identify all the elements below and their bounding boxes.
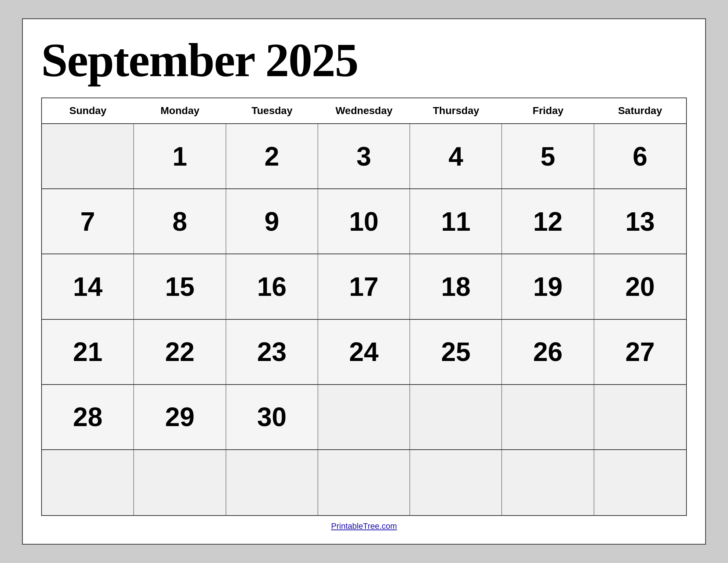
day-number-16: 16 — [257, 273, 286, 300]
day-cell-29: 29 — [134, 385, 226, 449]
day-number-21: 21 — [73, 339, 103, 365]
day-number-6: 6 — [633, 143, 647, 170]
week-row-2: 78910111213 — [42, 189, 686, 254]
day-number-19: 19 — [533, 273, 563, 300]
day-header-monday: Monday — [134, 102, 226, 120]
day-number-20: 20 — [625, 273, 655, 300]
day-cell-empty — [410, 385, 502, 449]
day-number-26: 26 — [533, 339, 563, 365]
day-number-17: 17 — [349, 273, 378, 300]
calendar-page: September 2025 SundayMondayTuesdayWednes… — [22, 18, 706, 545]
day-number-7: 7 — [81, 208, 95, 235]
day-cell-empty — [134, 450, 226, 515]
day-cell-30: 30 — [226, 385, 318, 449]
day-cell-26: 26 — [502, 320, 594, 384]
day-number-14: 14 — [73, 273, 103, 300]
day-cell-17: 17 — [318, 254, 410, 319]
day-number-18: 18 — [441, 273, 471, 300]
day-number-5: 5 — [540, 143, 555, 170]
day-cell-4: 4 — [410, 124, 502, 188]
day-cell-14: 14 — [42, 254, 134, 319]
day-cell-3: 3 — [318, 124, 410, 188]
day-number-22: 22 — [165, 339, 195, 365]
day-cell-1: 1 — [134, 124, 226, 188]
day-cell-empty — [594, 385, 686, 449]
week-row-1: 123456 — [42, 124, 686, 189]
day-cell-5: 5 — [502, 124, 594, 188]
day-cell-empty — [318, 385, 410, 449]
weeks-container: 1234567891011121314151617181920212223242… — [42, 124, 686, 515]
day-number-24: 24 — [349, 339, 378, 365]
day-number-8: 8 — [172, 208, 187, 235]
day-cell-empty — [226, 450, 318, 515]
day-number-3: 3 — [356, 143, 371, 170]
day-number-9: 9 — [264, 208, 279, 235]
day-cell-18: 18 — [410, 254, 502, 319]
day-cell-20: 20 — [594, 254, 686, 319]
day-number-4: 4 — [449, 143, 463, 170]
day-cell-15: 15 — [134, 254, 226, 319]
day-cell-27: 27 — [594, 320, 686, 384]
day-number-27: 27 — [625, 339, 655, 365]
day-cell-16: 16 — [226, 254, 318, 319]
week-row-3: 14151617181920 — [42, 254, 686, 319]
day-number-12: 12 — [533, 208, 563, 235]
day-header-saturday: Saturday — [594, 102, 686, 120]
day-cell-12: 12 — [502, 189, 594, 254]
day-cell-empty — [410, 450, 502, 515]
day-number-30: 30 — [257, 404, 286, 430]
day-cell-empty — [42, 124, 134, 188]
day-header-thursday: Thursday — [410, 102, 502, 120]
day-number-10: 10 — [349, 208, 378, 235]
calendar-title: September 2025 — [41, 34, 687, 86]
day-number-11: 11 — [441, 208, 471, 235]
day-cell-24: 24 — [318, 320, 410, 384]
day-number-25: 25 — [441, 339, 471, 365]
day-cell-empty — [502, 385, 594, 449]
day-cell-11: 11 — [410, 189, 502, 254]
day-header-wednesday: Wednesday — [318, 102, 410, 120]
day-cell-13: 13 — [594, 189, 686, 254]
day-number-2: 2 — [264, 143, 279, 170]
day-cell-21: 21 — [42, 320, 134, 384]
day-header-sunday: Sunday — [42, 102, 134, 120]
day-cell-22: 22 — [134, 320, 226, 384]
footer[interactable]: PrintableTree.com — [41, 516, 687, 533]
day-number-13: 13 — [625, 208, 655, 235]
day-number-29: 29 — [165, 404, 195, 430]
day-cell-7: 7 — [42, 189, 134, 254]
day-number-1: 1 — [172, 143, 187, 170]
day-header-tuesday: Tuesday — [226, 102, 318, 120]
day-cell-9: 9 — [226, 189, 318, 254]
calendar-grid: SundayMondayTuesdayWednesdayThursdayFrid… — [41, 98, 687, 516]
day-cell-28: 28 — [42, 385, 134, 449]
week-row-5: 282930 — [42, 385, 686, 450]
week-row-6 — [42, 450, 686, 515]
day-cell-2: 2 — [226, 124, 318, 188]
day-cell-6: 6 — [594, 124, 686, 188]
day-cell-empty — [594, 450, 686, 515]
day-cell-23: 23 — [226, 320, 318, 384]
week-row-4: 21222324252627 — [42, 320, 686, 385]
footer-link[interactable]: PrintableTree.com — [331, 521, 397, 531]
day-cell-empty — [318, 450, 410, 515]
day-cell-empty — [502, 450, 594, 515]
day-number-23: 23 — [257, 339, 286, 365]
day-headers: SundayMondayTuesdayWednesdayThursdayFrid… — [42, 98, 686, 124]
day-number-28: 28 — [73, 404, 103, 430]
day-cell-10: 10 — [318, 189, 410, 254]
day-cell-empty — [42, 450, 134, 515]
day-cell-8: 8 — [134, 189, 226, 254]
day-number-15: 15 — [165, 273, 195, 300]
day-header-friday: Friday — [502, 102, 594, 120]
day-cell-25: 25 — [410, 320, 502, 384]
day-cell-19: 19 — [502, 254, 594, 319]
